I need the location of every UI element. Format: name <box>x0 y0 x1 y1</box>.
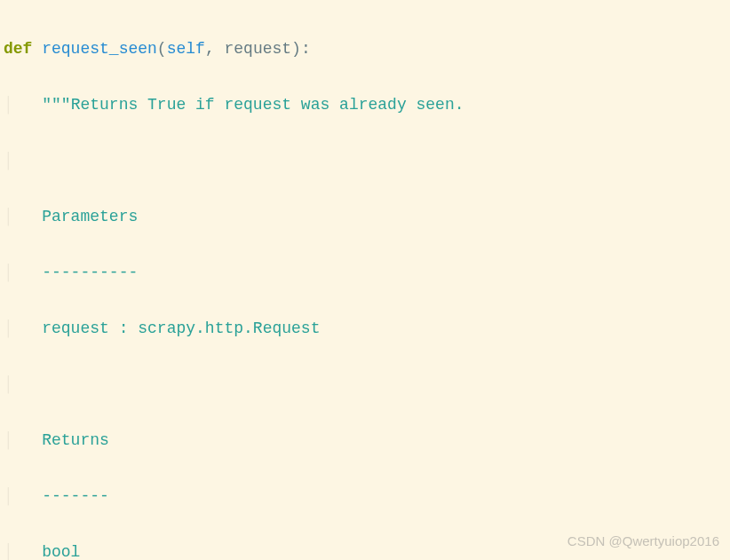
docstring-open: """ <box>42 96 70 114</box>
code-line: │ ---------- <box>4 259 726 288</box>
code-line: │ <box>4 147 726 176</box>
param-self: self <box>167 40 205 58</box>
docstring-text: Returns <box>42 431 109 449</box>
docstring-text: request : scrapy.http.Request <box>42 319 320 337</box>
docstring-text: Parameters <box>42 208 138 225</box>
paren-open: ( <box>157 40 167 58</box>
docstring-text: ---------- <box>42 264 138 281</box>
param-request: request <box>224 40 291 58</box>
code-line: │ Returns <box>4 427 726 455</box>
colon: : <box>301 40 311 58</box>
code-line: │ request : scrapy.http.Request <box>4 315 726 343</box>
code-editor: def request_seen(self, request): │ """Re… <box>4 7 726 560</box>
code-line: │ <box>4 371 726 399</box>
docstring-text: bool <box>42 543 80 561</box>
docstring-text: Returns True if request was already seen… <box>71 96 464 114</box>
code-line: │ ------- <box>4 483 726 511</box>
paren-close: ) <box>291 40 301 58</box>
docstring-text: ------- <box>42 487 109 505</box>
watermark: CSDN @Qwertyuiop2016 <box>567 530 719 553</box>
code-line: │ Parameters <box>4 203 726 232</box>
code-line: def request_seen(self, request): <box>4 35 726 64</box>
function-name: request_seen <box>42 40 157 58</box>
comma: , <box>205 40 225 58</box>
code-line: │ """Returns True if request was already… <box>4 91 726 120</box>
keyword-def: def <box>4 40 32 58</box>
